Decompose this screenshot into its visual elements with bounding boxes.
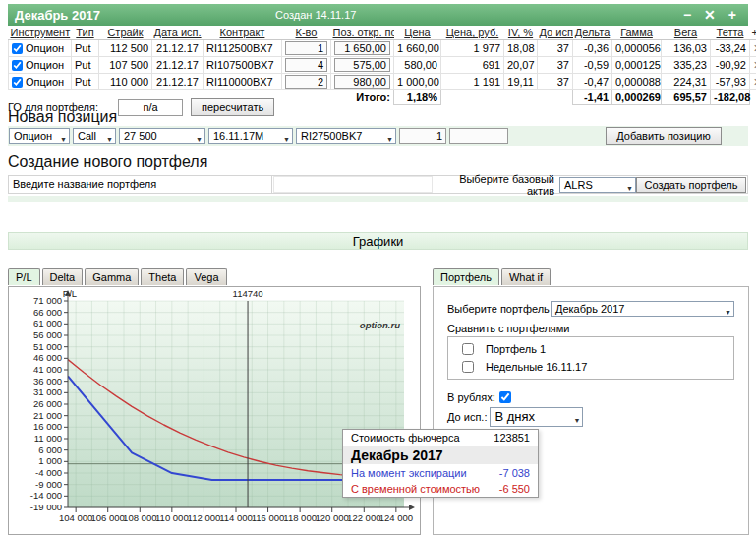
portfolio-name-input[interactable] — [274, 177, 432, 192]
close-icon[interactable]: ✕ — [704, 4, 716, 26]
minimize-icon[interactable]: − — [683, 4, 691, 26]
open-price-input[interactable]: 980,00 — [334, 75, 390, 89]
price-cell: 1 000,00 — [394, 74, 441, 90]
svg-text:61 000: 61 000 — [33, 318, 62, 328]
app-page: Декабрь 2017 Создан 14.11.17 − ✕ + Инстр… — [0, 0, 756, 535]
price-rub-cell: 1 977 — [441, 40, 504, 57]
column-header-9[interactable]: Цена, руб. — [441, 26, 504, 40]
totals-delta: -1,41 — [573, 90, 612, 105]
tooltip-series-row: С временной стоимостью-6 550 — [343, 481, 538, 497]
column-header-11[interactable]: До исп. — [538, 26, 573, 40]
svg-text:-9 000: -9 000 — [35, 479, 62, 490]
contract-select[interactable]: RI27500BK7 — [296, 128, 396, 144]
position-checkbox[interactable] — [12, 77, 23, 88]
delta-cell: -0,47 — [573, 74, 612, 90]
vega-cell: 136,03 — [662, 40, 711, 57]
column-header-8[interactable]: Цена — [394, 26, 441, 40]
column-header-15[interactable]: Тетта — [711, 26, 750, 40]
positions-tbody: ОпционPut112 50021.12.17RI112500BX711 65… — [9, 40, 756, 90]
expiry-cell: 21.12.17 — [152, 40, 204, 57]
add-position-button[interactable]: Добавить позицию — [606, 127, 722, 145]
column-header-2[interactable]: Тип — [72, 26, 99, 40]
margin-input[interactable] — [118, 99, 183, 116]
type-cell: Put — [72, 74, 99, 90]
expiry-select[interactable]: 16.11.17M — [208, 128, 293, 144]
column-header-5[interactable]: Контракт — [204, 26, 282, 40]
open-price-input[interactable]: 1 650,00 — [334, 41, 390, 55]
new-open-price-input[interactable] — [449, 128, 508, 144]
gamma-cell: 0,000088 — [612, 74, 662, 90]
contract-cell: RI107500BX7 — [204, 57, 282, 74]
tab-портфель[interactable]: Портфель — [433, 268, 499, 285]
tooltip-series-label: С временной стоимостью — [351, 483, 480, 495]
totals-gamma: 0,000269 — [612, 90, 662, 105]
base-asset-select[interactable]: ALRS — [559, 177, 636, 193]
svg-text:118 000: 118 000 — [283, 512, 317, 523]
column-header-12[interactable]: Дельта — [573, 26, 612, 40]
tab-p-l[interactable]: P/L — [8, 268, 40, 285]
portfolio-panel: Выберите портфель Декабрь 2017 Сравнить … — [433, 286, 749, 535]
tab-vega[interactable]: Vega — [186, 268, 226, 285]
column-header-7[interactable]: Поз. откр. по — [331, 26, 394, 40]
expiry-cell: 21.12.17 — [152, 57, 204, 74]
table-row: ОпционPut110 00021.12.17RI110000BX72980,… — [9, 74, 756, 90]
recalculate-button[interactable]: пересчитать — [191, 98, 274, 116]
tab-theta[interactable]: Theta — [141, 268, 184, 285]
compare-checkbox[interactable] — [462, 361, 474, 373]
svg-text:6 000: 6 000 — [38, 445, 62, 455]
window-buttons: − ✕ + — [683, 4, 748, 26]
create-portfolio-button[interactable]: Создать портфель — [636, 177, 746, 193]
days-select[interactable]: В днях — [490, 407, 583, 427]
compare-checkbox[interactable] — [462, 343, 474, 355]
column-header-6[interactable]: К-во — [282, 26, 331, 40]
column-header-16: +/- — [750, 26, 756, 40]
column-header-4[interactable]: Дата исп. — [152, 26, 204, 40]
tab-gamma[interactable]: Gamma — [85, 268, 139, 285]
vega-cell: 335,23 — [662, 57, 711, 74]
add-icon[interactable]: + — [728, 4, 736, 26]
expiry-cell: 21.12.17 — [152, 74, 204, 90]
compare-item-label: Портфель 1 — [486, 343, 546, 355]
iv-cell: 19,11 — [504, 74, 538, 90]
position-checkbox[interactable] — [12, 43, 23, 54]
watermark: option.ru — [360, 320, 400, 330]
instrument-label: Опцион — [26, 76, 64, 88]
tab-what-if[interactable]: What if — [501, 268, 551, 285]
svg-text:106 000: 106 000 — [91, 512, 125, 523]
contract-cell: RI110000BX7 — [204, 74, 282, 90]
svg-text:21 000: 21 000 — [33, 410, 62, 421]
option-type-select[interactable]: Call — [73, 128, 116, 144]
new-qty-input[interactable] — [399, 128, 446, 144]
svg-text:-4 000: -4 000 — [35, 467, 62, 478]
theta-cell: -90,92 — [711, 57, 750, 74]
svg-text:1 000: 1 000 — [38, 455, 62, 466]
svg-text:114 000: 114 000 — [219, 512, 253, 523]
open-price-input[interactable]: 575,00 — [334, 58, 390, 72]
svg-text:41 000: 41 000 — [33, 364, 62, 375]
column-header-1[interactable]: Инструмент — [9, 26, 72, 40]
svg-text:104 000: 104 000 — [59, 512, 92, 523]
portfolio-select[interactable]: Декабрь 2017 — [551, 301, 734, 317]
contract-cell: RI112500BX7 — [204, 40, 282, 57]
column-header-13[interactable]: Гамма — [612, 26, 662, 40]
svg-text:11 000: 11 000 — [34, 433, 62, 444]
days-row: До исп.: В днях — [434, 407, 748, 427]
rubles-checkbox[interactable] — [499, 391, 511, 403]
tab-delta[interactable]: Delta — [42, 268, 84, 285]
qty-input[interactable]: 1 — [285, 41, 327, 55]
strike-select[interactable]: 27 500 — [119, 128, 205, 144]
column-header-3[interactable]: Страйк — [99, 26, 152, 40]
days-cell: 37 — [538, 40, 573, 57]
qty-input[interactable]: 4 — [285, 58, 327, 72]
positions-table: ИнструментТипСтрайкДата исп.КонтрактК-во… — [8, 26, 756, 105]
theta-cell: -33,24 — [711, 40, 750, 57]
price-cell: 580,00 — [394, 57, 441, 74]
instrument-select[interactable]: Опцион — [9, 128, 70, 144]
svg-text:51 000: 51 000 — [33, 341, 62, 352]
qty-input[interactable]: 2 — [285, 75, 327, 89]
futures-price-value: 123851 — [494, 432, 530, 444]
column-header-10[interactable]: IV, % — [504, 26, 538, 40]
position-checkbox[interactable] — [12, 60, 23, 71]
column-header-14[interactable]: Вега — [662, 26, 711, 40]
portfolio-titlebar: Декабрь 2017 Создан 14.11.17 − ✕ + — [8, 4, 748, 26]
